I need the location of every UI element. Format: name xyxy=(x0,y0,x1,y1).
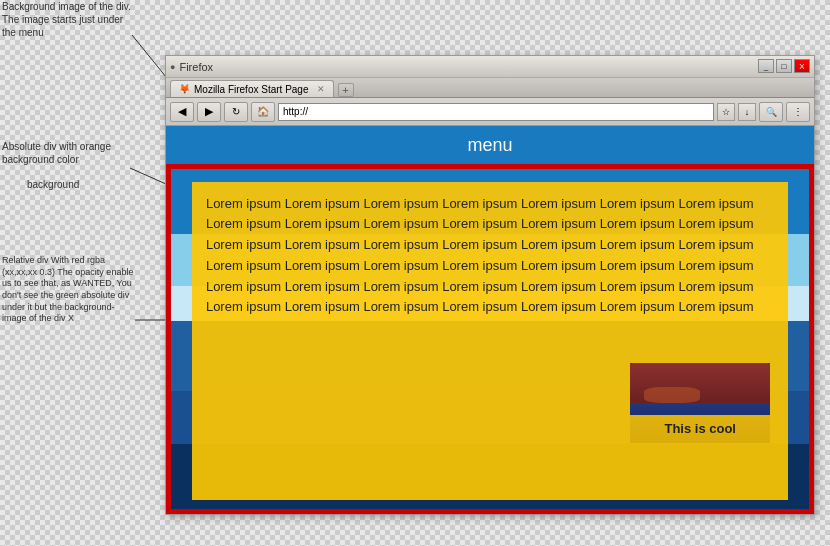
search-button[interactable]: 🔍 xyxy=(759,102,783,122)
menu-bar: menu xyxy=(166,126,814,164)
lorem-text: Lorem ipsum Lorem ipsum Lorem ipsum Lore… xyxy=(206,194,774,319)
background-label: background xyxy=(27,179,79,190)
bookmark-icon[interactable]: ☆ xyxy=(717,103,735,121)
menu-icon[interactable]: ⋮ xyxy=(786,102,810,122)
cool-image-container: This is cool xyxy=(630,363,770,443)
minimize-button[interactable]: _ xyxy=(758,59,774,73)
annotation-3-text: Relative div With red rgba (xx,xx,xx 0.3… xyxy=(2,255,133,323)
tab-label: Mozilla Firefox Start Page xyxy=(194,84,309,95)
browser-window: ● Firefox _ □ X 🦊 Mozilla Firefox Start … xyxy=(165,55,815,515)
cool-text: This is cool xyxy=(630,415,770,443)
annotation-3: Relative div With red rgba (xx,xx,xx 0.3… xyxy=(2,255,137,325)
tab-bar: 🦊 Mozilla Firefox Start Page ✕ + xyxy=(166,78,814,98)
home-button[interactable]: 🏠 xyxy=(251,102,275,122)
forward-button[interactable]: ▶ xyxy=(197,102,221,122)
annotations-panel: Background image of the div. The image s… xyxy=(0,0,160,546)
close-button[interactable]: X xyxy=(794,59,810,73)
browser-title: Firefox xyxy=(179,61,213,73)
annotation-2-text: Absolute div with orange background colo… xyxy=(2,141,111,165)
annotation-1: Background image of the div. The image s… xyxy=(2,0,137,39)
download-icon[interactable]: ↓ xyxy=(738,103,756,121)
address-input[interactable] xyxy=(278,103,714,121)
annotation-1-text: Background image of the div. The image s… xyxy=(2,1,131,38)
maximize-button[interactable]: □ xyxy=(776,59,792,73)
title-bar: ● Firefox _ □ X xyxy=(166,56,814,78)
browser-tab[interactable]: 🦊 Mozilla Firefox Start Page ✕ xyxy=(170,80,334,97)
back-button[interactable]: ◀ xyxy=(170,102,194,122)
menu-text: menu xyxy=(467,135,512,156)
page-content: menu Lorem ipsum Lorem ipsum Lorem ipsum… xyxy=(166,126,814,514)
refresh-button[interactable]: ↻ xyxy=(224,102,248,122)
new-tab-button[interactable]: + xyxy=(338,83,354,97)
window-controls: _ □ X xyxy=(758,59,810,73)
main-area: Lorem ipsum Lorem ipsum Lorem ipsum Lore… xyxy=(166,164,814,514)
address-bar: ◀ ▶ ↻ 🏠 ☆ ↓ 🔍 ⋮ xyxy=(166,98,814,126)
lorem-content-div: Lorem ipsum Lorem ipsum Lorem ipsum Lore… xyxy=(192,182,788,501)
annotation-2: Absolute div with orange background colo… xyxy=(2,140,122,166)
